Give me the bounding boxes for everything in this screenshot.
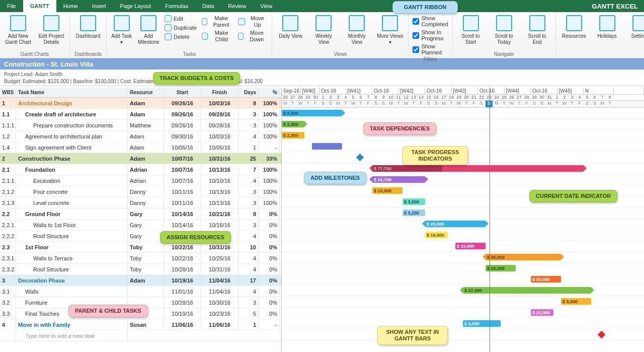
gantt-bar[interactable]: $ 2,300 — [282, 110, 342, 116]
col-fin[interactable]: Finish — [201, 88, 238, 98]
new-task-row[interactable]: Type here to add a new task — [0, 330, 281, 341]
task-row[interactable]: 2.1.2Pour concreteDanny10/11/1610/13/163… — [0, 186, 281, 197]
day-of-week: W — [508, 101, 516, 107]
tab-formulas[interactable]: Formulas — [158, 0, 195, 12]
project-lead: Adam Smith — [35, 72, 62, 77]
col-days[interactable]: Days — [238, 88, 259, 98]
show-progress-checkbox[interactable]: Show In Progress — [413, 29, 448, 41]
gantt-bar[interactable]: $ 10,000 — [455, 243, 486, 249]
gantt-bar[interactable]: $ 16,700 — [372, 176, 425, 183]
tab-file[interactable]: File — [0, 0, 23, 12]
task-row[interactable]: 2.1FoundationAdrian10/07/1610/13/167100% — [0, 164, 281, 175]
scroll-today-button[interactable]: Scroll to Today — [490, 14, 518, 45]
gantt-bar[interactable]: $ 4,000 — [463, 320, 501, 327]
tab-data[interactable]: Data — [195, 0, 221, 12]
timeline-row: $ 2,300 — [282, 130, 644, 141]
add-milestone-button[interactable]: Add Milestone — [138, 14, 160, 45]
add-new-gantt-button[interactable]: Add New Gantt Chart — [4, 14, 32, 45]
task-row[interactable]: 1.1.1Prepare construction documentsMatth… — [0, 120, 281, 131]
move-down-button[interactable]: Move Down — [238, 30, 268, 42]
ribbon-group-views: Views — [276, 51, 404, 57]
show-completed-checkbox[interactable]: Show Completed — [413, 15, 448, 27]
day-of-week: T — [516, 101, 523, 107]
col-res[interactable]: Resource — [128, 88, 164, 98]
gantt-bar[interactable]: $ 16,000 — [425, 232, 448, 238]
gantt-bar[interactable]: $ 10,000 — [372, 187, 403, 194]
col-start[interactable]: Start — [164, 88, 201, 98]
gantt-bar[interactable]: $ 2,300 — [282, 121, 304, 127]
edit-project-button[interactable]: Edit Project Details — [37, 14, 65, 45]
gantt-bar[interactable]: $ 77,700 — [372, 165, 584, 172]
day-of-week: M — [546, 101, 553, 107]
move-up-button[interactable]: Move Up — [238, 15, 268, 28]
callout-progress: TASK PROGRESS INDICATORS — [403, 146, 468, 165]
timeline-row: $ 10,000 — [282, 241, 644, 252]
make-parent-button[interactable]: Make Parent — [202, 15, 233, 28]
dashboard-icon — [80, 15, 96, 31]
task-row[interactable]: 2.31st FloorToby10/22/1610/31/16100% — [0, 242, 281, 253]
day-num: 25 — [501, 95, 508, 100]
milestone-icon[interactable] — [598, 331, 606, 339]
day-num: 29 — [304, 95, 312, 100]
gantt-bar[interactable]: $ 3,500 — [403, 198, 425, 205]
duplicate-button[interactable]: Duplicate — [165, 24, 197, 31]
task-row[interactable]: 2.3.1Walls to TerraceToby10/22/1610/25/1… — [0, 253, 281, 264]
task-row[interactable]: 1.2Agreement to architectural planAdam09… — [0, 131, 281, 142]
tab-home[interactable]: Home — [56, 0, 85, 12]
task-row[interactable]: 3Decoration PhaseAdam10/19/1611/04/16170… — [0, 275, 281, 286]
tab-page-layout[interactable]: Page Layout — [113, 0, 158, 12]
gantt-bar[interactable]: $ 2,300 — [282, 132, 304, 138]
col-pct[interactable]: % — [259, 88, 280, 98]
task-row[interactable]: 1.4Sign agreement with ClientAdam10/05/1… — [0, 142, 281, 153]
weekly-view-button[interactable]: Weekly View — [309, 14, 338, 45]
gantt-bar[interactable]: $ 20,000 — [531, 309, 553, 316]
monthly-view-button[interactable]: Monthly View — [343, 14, 371, 45]
add-task-button[interactable]: Add Task ▾ — [111, 14, 133, 45]
new-task-placeholder[interactable]: Type here to add a new task — [16, 331, 128, 341]
col-wbs[interactable]: WBS — [0, 88, 16, 98]
show-planned-checkbox[interactable]: Show Planned — [413, 43, 448, 55]
gantt-bar[interactable]: $ 3,000 — [561, 298, 591, 305]
task-row[interactable]: 2.3.2Roof StructureToby10/28/1610/31/164… — [0, 264, 281, 275]
delete-button[interactable]: Delete — [165, 33, 197, 40]
task-row[interactable]: 2.1.3Level concreteDanny10/11/1610/13/16… — [0, 197, 281, 208]
task-row[interactable]: 2.1.1ExcavationAdrian10/07/1610/10/16410… — [0, 175, 281, 186]
task-row[interactable]: 2Construction PhaseAdam10/07/1610/31/162… — [0, 153, 281, 164]
col-name[interactable]: Task Name — [16, 88, 128, 98]
tab-review[interactable]: Review — [221, 0, 253, 12]
gantt-bar[interactable]: $ 3,200 — [403, 209, 425, 216]
day-of-week: T — [501, 101, 508, 107]
gantt-bar[interactable] — [312, 143, 342, 150]
day-of-week: T — [553, 101, 561, 107]
task-row[interactable]: 2.2Ground FloorGary10/14/1610/21/1680% — [0, 208, 281, 220]
task-row[interactable]: 1.1Create draft of architectureAdam09/26… — [0, 109, 281, 120]
holidays-button[interactable]: Holidays — [593, 14, 621, 39]
gantt-bar[interactable]: $ 20,000 — [531, 276, 561, 283]
timeline-row: $ 26,000 — [282, 219, 644, 230]
resources-button[interactable]: Resources — [560, 14, 588, 39]
daily-view-button[interactable]: Daily View — [276, 14, 304, 39]
dashboard-button[interactable]: Dashboard — [74, 14, 102, 39]
tab-view[interactable]: View — [253, 0, 279, 12]
task-row[interactable]: 1Architectural DesignAdam09/26/1610/03/1… — [0, 98, 281, 109]
settings-button[interactable]: Settings — [626, 14, 644, 39]
scroll-end-button[interactable]: Scroll to End — [523, 14, 551, 45]
more-views-button[interactable]: More Views ▾ — [376, 14, 404, 45]
milestone-icon[interactable] — [356, 154, 364, 162]
edit-button[interactable]: Edit — [165, 15, 197, 22]
scroll-start-button[interactable]: Scroll to Start — [457, 14, 485, 45]
task-row[interactable]: 3.1Walls11/01/1611/04/1640% — [0, 286, 281, 297]
task-row[interactable]: 4Move in with FamilySusan11/06/1611/06/1… — [0, 319, 281, 330]
task-row[interactable]: 2.2.2Roof StructureGary10/18/1610/21/164… — [0, 231, 281, 242]
gantt-bar[interactable]: $ 26,000 — [425, 221, 486, 227]
tab-gantt[interactable]: GANTT — [23, 0, 56, 12]
make-child-button[interactable]: Make Child — [202, 30, 233, 42]
ribbon-group-filters: Filters — [413, 56, 448, 62]
gantt-bar[interactable]: $ 27,000 — [463, 287, 591, 294]
task-row[interactable]: 2.2.1Walls to 1st FloorGary10/14/1610/16… — [0, 220, 281, 231]
gantt-bar[interactable]: $ 35,000 — [486, 254, 561, 260]
gantt-bar[interactable]: $ 15,000 — [486, 265, 516, 271]
week-label: [W43] — [452, 88, 478, 94]
tab-insert[interactable]: Insert — [85, 0, 113, 12]
daily-view-icon — [282, 15, 298, 31]
